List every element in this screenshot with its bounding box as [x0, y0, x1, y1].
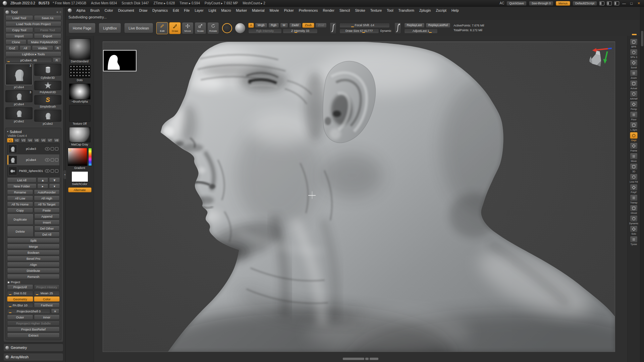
- layout-3-icon[interactable]: [614, 1, 619, 5]
- button-visible[interactable]: Visible: [32, 45, 53, 51]
- rs-move-button[interactable]: Move: [630, 153, 638, 162]
- folder-next-button[interactable]: ▾: [49, 183, 60, 189]
- focal-shift-slider[interactable]: Focal Shift -14: [339, 23, 390, 28]
- menu-render[interactable]: Render: [320, 8, 337, 12]
- subtool-tab-v2[interactable]: V2: [14, 138, 20, 142]
- tool-palette-header[interactable]: Tool ≡ ○: [5, 9, 61, 15]
- button-del-other[interactable]: Del Other: [34, 226, 60, 231]
- tool-thumb-pcube4[interactable]: 3: [5, 64, 33, 85]
- adjust-last-slider[interactable]: AdjustLast 1: [404, 28, 438, 34]
- button-split[interactable]: Split: [7, 238, 60, 243]
- eye-icon[interactable]: [45, 169, 50, 173]
- button-bevel-pro[interactable]: Bevel Pro: [7, 256, 60, 261]
- lightbox-button[interactable]: LightBox: [99, 23, 121, 33]
- rs-scroll-button[interactable]: Scroll: [630, 59, 638, 69]
- document-viewport[interactable]: [103, 42, 615, 352]
- rs-ghost-button[interactable]: Ghost: [630, 205, 638, 214]
- button-inner[interactable]: Inner: [34, 314, 60, 320]
- subtool-tab-v6[interactable]: V6: [40, 138, 47, 142]
- button-insert[interactable]: Insert: [34, 220, 60, 225]
- button-geometry[interactable]: Geometry: [7, 296, 33, 302]
- m-button[interactable]: M: [280, 23, 288, 28]
- button-delete[interactable]: Delete: [7, 226, 34, 237]
- paint-toggle-icon[interactable]: [51, 169, 54, 173]
- subtool-tab-v3[interactable]: V3: [20, 138, 27, 142]
- dynamic-label[interactable]: Dynamic: [380, 29, 391, 33]
- rs-tpose-button[interactable]: Tpose: [630, 236, 638, 245]
- subtool-tab-v4[interactable]: V4: [27, 138, 33, 142]
- canvas-area[interactable]: [94, 36, 627, 362]
- mrgb-button[interactable]: Mrgb: [255, 23, 267, 28]
- rotate-mode-button[interactable]: Rotate: [207, 22, 219, 34]
- button-pcube4-48[interactable]: pCube4. 48: [5, 57, 52, 63]
- tool-thumb-pcube2[interactable]: [34, 110, 61, 122]
- brush-ring-icon[interactable]: [222, 23, 232, 33]
- menu-color[interactable]: Color: [102, 8, 115, 12]
- rs-frame-button[interactable]: Frame: [630, 142, 638, 152]
- button-r[interactable]: R: [54, 45, 62, 51]
- tool-thumb-pcube4[interactable]: 3: [5, 90, 33, 102]
- subtool-up-button[interactable]: ▲: [37, 177, 48, 183]
- button-align[interactable]: Align: [7, 262, 60, 267]
- alpha-preview-thumbnail[interactable]: [103, 50, 137, 71]
- menu-zscript[interactable]: Zscript: [433, 8, 449, 12]
- rs-bpr-button[interactable]: BPR: [630, 39, 638, 48]
- menu-picker[interactable]: Picker: [281, 8, 296, 12]
- default-zscript-button[interactable]: DefaultZScript: [573, 1, 597, 6]
- menu-alpha[interactable]: Alpha: [74, 8, 88, 12]
- tray-collapse-handle[interactable]: ◂: [63, 170, 66, 179]
- maximize-button[interactable]: □: [629, 1, 634, 5]
- paint-toggle-icon[interactable]: [51, 147, 54, 150]
- menu-texture[interactable]: Texture: [368, 8, 384, 12]
- button-autoreorder[interactable]: AutoReorder: [34, 189, 60, 195]
- canvas-horizontal-scrollbar[interactable]: [343, 358, 378, 360]
- button-color[interactable]: Color: [34, 296, 60, 302]
- rs-3d-button[interactable]: 3D: [630, 163, 638, 173]
- button-del-all[interactable]: Del All: [34, 232, 60, 237]
- button-remesh[interactable]: Remesh: [7, 274, 60, 279]
- button-copy-tool[interactable]: Copy Tool: [5, 27, 33, 33]
- palette-menu-icon[interactable]: ≡: [56, 10, 58, 14]
- subtool-item-pcube3[interactable]: pCube3: [7, 143, 59, 155]
- subtool-down-button[interactable]: ▼: [49, 177, 60, 183]
- close-button[interactable]: ×: [636, 1, 641, 6]
- menus-button[interactable]: Menus: [556, 1, 570, 6]
- saturation-value-square[interactable]: [68, 148, 87, 166]
- move-mode-button[interactable]: Move: [182, 22, 194, 34]
- button-new-folder[interactable]: New Folder: [7, 183, 37, 189]
- rs-dynamic-button[interactable]: Dynamic: [629, 215, 638, 225]
- subtool-item-pcube4[interactable]: pCube4: [7, 155, 59, 166]
- button-all-to-home[interactable]: All To Home: [7, 201, 33, 207]
- live-boolean-button[interactable]: Live Boolean: [124, 23, 153, 33]
- tool-thumb-polymesh3d[interactable]: [34, 81, 61, 90]
- rs-transp-button[interactable]: Transp: [630, 194, 638, 204]
- stroke-thumbnail[interactable]: [69, 65, 91, 78]
- button-boolean[interactable]: Boolean: [7, 250, 60, 255]
- button-merge[interactable]: Merge: [7, 244, 60, 249]
- button-copy[interactable]: Copy: [7, 207, 33, 213]
- rs-floor-button[interactable]: Floor: [630, 111, 638, 121]
- folder-prev-button[interactable]: ▸: [37, 183, 48, 189]
- rs-solo-button[interactable]: Solo: [630, 226, 638, 235]
- menu-marker[interactable]: Marker: [233, 8, 250, 12]
- button-paste-tool[interactable]: Paste Tool: [34, 27, 62, 33]
- button-all-to-target[interactable]: All To Target: [34, 201, 60, 207]
- rs-actual-button[interactable]: Actual: [630, 80, 638, 89]
- minimize-button[interactable]: —: [622, 1, 627, 5]
- button-project-history[interactable]: Project History: [34, 284, 60, 290]
- palette-cycle-icon[interactable]: ○: [60, 10, 61, 14]
- button-paste[interactable]: Paste: [34, 207, 60, 213]
- a-toggle[interactable]: A: [248, 23, 254, 28]
- paint-toggle-icon[interactable]: [51, 158, 54, 162]
- button-pa-blur-10[interactable]: PA Blur 10: [7, 302, 33, 308]
- menu-brush[interactable]: Brush: [88, 8, 102, 12]
- edit-mode-button[interactable]: Edit: [156, 22, 168, 34]
- button-append[interactable]: Append: [34, 214, 60, 219]
- button-project-basrelief[interactable]: Project BasRelief: [7, 326, 60, 332]
- subtool-item-pm3d-sphere3d1[interactable]: PM3D_Sphere3D1: [7, 166, 59, 176]
- rs-zoom-button[interactable]: Zoom: [630, 70, 638, 79]
- button-clone[interactable]: Clone: [5, 39, 26, 45]
- menu-macro[interactable]: Macro: [219, 8, 233, 12]
- rs-gxyz-button[interactable]: Gxyz: [630, 132, 638, 141]
- tool-thumb-cylinder3d[interactable]: [34, 64, 61, 76]
